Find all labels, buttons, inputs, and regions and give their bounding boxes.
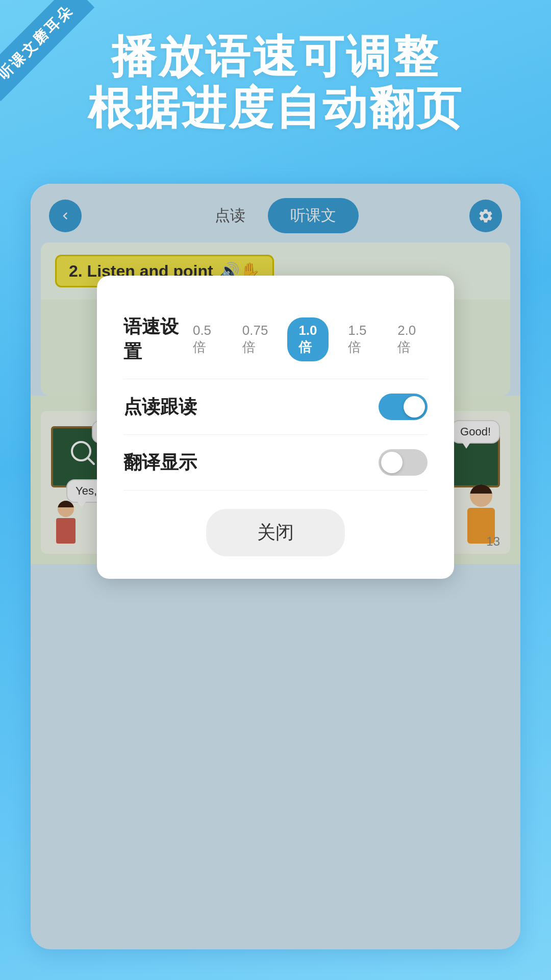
device-frame: 点读 听课文 2. Listen and point 🔊✋ 语速设置 0.5倍 (31, 184, 520, 949)
follow-read-knob (404, 396, 425, 418)
speed-option-0.5[interactable]: 0.5倍 (182, 317, 223, 361)
translate-row: 翻译显示 (123, 435, 428, 491)
speed-label: 语速设置 (123, 314, 182, 364)
translate-knob (381, 452, 403, 473)
modal-overlay: 语速设置 0.5倍 0.75倍 1.0倍 1.5倍 2.0倍 点读跟读 翻译显示 (31, 184, 520, 949)
follow-read-row: 点读跟读 (123, 379, 428, 435)
translate-label: 翻译显示 (123, 450, 197, 475)
close-button[interactable]: 关闭 (206, 509, 345, 556)
speed-options: 0.5倍 0.75倍 1.0倍 1.5倍 2.0倍 (182, 317, 428, 361)
corner-banner-text: 听课文磨耳朵 (0, 0, 94, 101)
corner-banner: 听课文磨耳朵 (0, 0, 102, 102)
speed-option-1.0[interactable]: 1.0倍 (287, 317, 329, 361)
settings-modal: 语速设置 0.5倍 0.75倍 1.0倍 1.5倍 2.0倍 点读跟读 翻译显示 (97, 276, 454, 579)
follow-read-label: 点读跟读 (123, 395, 197, 420)
follow-read-toggle[interactable] (379, 394, 428, 420)
speed-option-0.75[interactable]: 0.75倍 (231, 317, 280, 361)
speed-settings-row: 语速设置 0.5倍 0.75倍 1.0倍 1.5倍 2.0倍 (123, 300, 428, 379)
speed-option-2.0[interactable]: 2.0倍 (386, 317, 428, 361)
close-btn-row: 关闭 (123, 509, 428, 556)
translate-toggle[interactable] (379, 449, 428, 476)
speed-option-1.5[interactable]: 1.5倍 (337, 317, 378, 361)
